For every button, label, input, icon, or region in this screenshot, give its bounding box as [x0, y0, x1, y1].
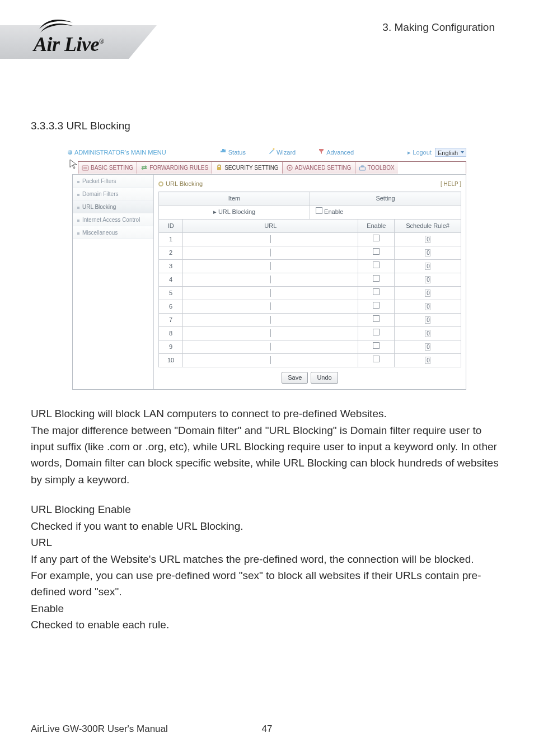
sidebar-item-packet-filters[interactable]: Packet Filters	[73, 175, 153, 188]
cell-id: 10	[159, 354, 183, 367]
row-enable-checkbox[interactable]	[373, 342, 380, 349]
advanced-icon	[318, 148, 325, 157]
url-input[interactable]	[270, 316, 271, 324]
svg-point-3	[273, 148, 274, 150]
col-setting: Setting	[310, 192, 461, 206]
sidebar-label: Miscellaneous	[82, 230, 118, 236]
table-row: 60	[159, 300, 461, 313]
url-input[interactable]	[270, 249, 271, 256]
table-row: 30	[159, 259, 461, 273]
row-enable-checkbox[interactable]	[373, 302, 380, 309]
tab-advanced-setting[interactable]: ADVANCED SETTING	[283, 162, 355, 174]
tab-basic[interactable]: BASIC SETTING	[78, 162, 137, 174]
url-input[interactable]	[270, 356, 271, 364]
schedule-input[interactable]: 0	[425, 290, 430, 297]
logo-reg: ®	[99, 38, 104, 45]
tab-advset-label: ADVANCED SETTING	[295, 164, 352, 172]
logo: Air Live®	[34, 18, 104, 56]
toolbox-icon	[359, 164, 366, 171]
language-select[interactable]: English	[435, 148, 466, 157]
status-link[interactable]: Status	[220, 148, 246, 157]
schedule-input[interactable]: 0	[425, 330, 430, 337]
tab-toolbox[interactable]: TOOLBOX	[355, 162, 398, 174]
row-enable-checkbox[interactable]	[373, 262, 380, 268]
url-input[interactable]	[270, 302, 271, 310]
url-input[interactable]	[270, 343, 271, 351]
logo-text: Air Live®	[34, 32, 104, 56]
footer-page: 47	[262, 724, 273, 735]
svg-point-8	[289, 167, 291, 169]
heading-url: URL	[31, 534, 503, 550]
schedule-input[interactable]: 0	[425, 276, 430, 283]
logout-link[interactable]: ▸ Logout	[407, 148, 432, 157]
url-input[interactable]	[270, 276, 271, 283]
url-input[interactable]	[270, 329, 271, 337]
footer-left: AirLive GW-300R User's Manual	[31, 724, 168, 735]
row-enable-checkbox[interactable]	[373, 356, 380, 362]
schedule-input[interactable]: 0	[425, 316, 430, 324]
paragraph-intro: URL Blocking will block LAN computers to…	[31, 405, 503, 488]
security-icon	[216, 164, 223, 171]
admin-tab-strip: BASIC SETTING FORWARDING RULES SECURITY …	[72, 160, 466, 174]
row-enable-checkbox[interactable]	[373, 329, 380, 335]
row-enable-checkbox[interactable]	[373, 235, 380, 241]
url-input[interactable]	[270, 262, 271, 270]
row-enable-checkbox[interactable]	[373, 315, 380, 322]
admin-sidebar: Packet Filters Domain Filters URL Blocki…	[73, 175, 154, 389]
url-blocking-enable-checkbox[interactable]	[316, 207, 322, 214]
advanced-link[interactable]: Advanced	[318, 148, 354, 157]
save-button[interactable]: Save	[282, 372, 308, 384]
col-schedule: Schedule Rule#	[395, 219, 461, 232]
row-url-blocking-label: URL Blocking	[218, 208, 255, 215]
admin-top-row: ADMINISTRATOR's MAIN MENU Status Wizard	[65, 146, 469, 158]
tab-security[interactable]: SECURITY SETTING	[212, 162, 283, 174]
col-item: Item	[159, 192, 310, 206]
button-row: Save Undo	[158, 367, 461, 384]
svg-rect-0	[222, 149, 224, 152]
main-menu-label: ADMINISTRATOR's MAIN MENU	[74, 148, 166, 157]
sidebar-label: Packet Filters	[82, 178, 116, 184]
sidebar-item-miscellaneous[interactable]: Miscellaneous	[73, 226, 153, 239]
tab-security-label: SECURITY SETTING	[224, 164, 279, 172]
col-url: URL	[183, 219, 358, 232]
tab-forwarding-label: FORWARDING RULES	[149, 164, 208, 172]
schedule-input[interactable]: 0	[425, 303, 430, 310]
table-row: 70	[159, 313, 461, 326]
cell-id: 6	[159, 300, 183, 313]
row-enable-checkbox[interactable]	[373, 248, 380, 255]
page-footer: AirLive GW-300R User's Manual 47 .	[31, 724, 503, 735]
schedule-input[interactable]: 0	[425, 249, 430, 256]
url-input[interactable]	[270, 289, 271, 297]
status-label: Status	[228, 148, 246, 157]
row-url-blocking-setting: Enable	[310, 206, 461, 219]
table-row: 100	[159, 354, 461, 367]
col-id: ID	[159, 219, 183, 232]
admin-screenshot: ADMINISTRATOR's MAIN MENU Status Wizard	[65, 146, 469, 390]
schedule-input[interactable]: 0	[425, 357, 430, 364]
sidebar-item-url-blocking[interactable]: URL Blocking	[73, 200, 153, 213]
top-center-links: Status Wizard Advanced	[166, 148, 408, 157]
top-right: ▸ Logout English	[407, 148, 466, 157]
sidebar-item-domain-filters[interactable]: Domain Filters	[73, 188, 153, 200]
col-enable: Enable	[358, 219, 395, 232]
schedule-input[interactable]: 0	[425, 263, 430, 270]
paragraph-enable: Checked if you want to enable URL Blocki…	[31, 518, 503, 534]
main-menu-link[interactable]: ADMINISTRATOR's MAIN MENU	[68, 148, 166, 157]
forwarding-icon	[140, 164, 148, 171]
row-enable-checkbox[interactable]	[373, 275, 380, 282]
tab-forwarding[interactable]: FORWARDING RULES	[137, 162, 212, 174]
row-enable-checkbox[interactable]	[373, 288, 380, 295]
url-input[interactable]	[270, 235, 271, 243]
wizard-link[interactable]: Wizard	[268, 148, 296, 157]
cell-id: 2	[159, 246, 183, 259]
sidebar-item-internet-access[interactable]: Internet Access Control	[73, 213, 153, 226]
svg-rect-9	[359, 167, 365, 170]
sidebar-label: URL Blocking	[82, 204, 116, 210]
tab-toolbox-label: TOOLBOX	[368, 164, 395, 172]
schedule-input[interactable]: 0	[425, 236, 430, 243]
undo-button[interactable]: Undo	[311, 372, 338, 384]
help-link[interactable]: [ HELP ]	[441, 180, 461, 189]
status-icon	[220, 148, 227, 157]
schedule-input[interactable]: 0	[425, 343, 430, 351]
wizard-label: Wizard	[277, 148, 296, 157]
